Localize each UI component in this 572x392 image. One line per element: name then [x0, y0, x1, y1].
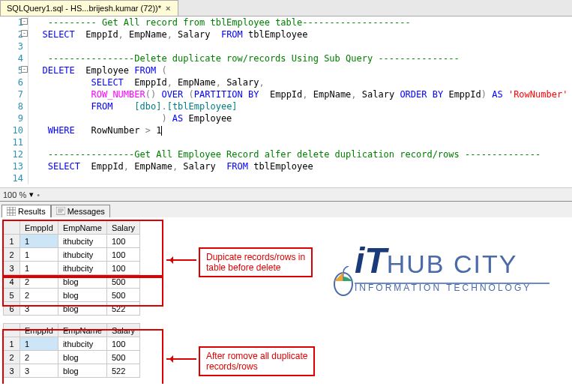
tab-results[interactable]: Results — [1, 205, 51, 217]
logo-text: iT — [355, 241, 387, 280]
logo-text: HUB CITY — [387, 250, 518, 278]
highlight-box — [2, 329, 163, 384]
tab-title: SQLQuery1.sql - HS...brijesh.kumar (72))… — [7, 4, 161, 13]
code-area[interactable]: - --------- Get All record from tblEmplo… — [28, 16, 568, 184]
logo-subtitle: INFORMATION TECHNOLOGY — [355, 283, 550, 293]
tab-messages[interactable]: Messages — [51, 205, 110, 217]
messages-icon — [56, 207, 65, 216]
highlight-box — [2, 220, 163, 277]
brand-logo: iTHUB CITY INFORMATION TECHNOLOGY — [355, 240, 550, 293]
tab-label: Messages — [67, 207, 105, 216]
tab-label: Results — [18, 207, 46, 216]
sql-editor[interactable]: 1234567 891011121314 - --------- Get All… — [0, 16, 572, 187]
grid-icon — [7, 207, 16, 216]
zoom-bar: 100 % ▾ • — [0, 187, 572, 201]
text-cursor — [161, 126, 162, 136]
arrow-icon — [166, 259, 196, 261]
annotation-callout: After romove all duplicate records/rows — [199, 346, 315, 376]
results-tab-bar: Results Messages — [0, 201, 572, 217]
close-icon[interactable]: × — [164, 4, 172, 13]
collapse-icon[interactable]: - — [21, 18, 28, 25]
zoom-dropdown[interactable]: 100 % — [3, 190, 26, 199]
chevron-down-icon[interactable]: ▾ — [29, 190, 34, 199]
highlight-box — [2, 277, 163, 307]
arrow-icon — [166, 358, 196, 360]
collapse-icon[interactable]: - — [21, 66, 28, 73]
file-tab[interactable]: SQLQuery1.sql - HS...brijesh.kumar (72))… — [0, 0, 178, 16]
annotation-callout: Dupicate records/rows in table before de… — [199, 247, 313, 277]
collapse-icon[interactable]: - — [21, 30, 28, 37]
svg-rect-0 — [7, 207, 16, 216]
line-gutter: 1234567 891011121314 — [0, 16, 28, 184]
mouse-icon — [332, 266, 355, 296]
editor-tab-bar: SQLQuery1.sql - HS...brijesh.kumar (72))… — [0, 0, 572, 16]
